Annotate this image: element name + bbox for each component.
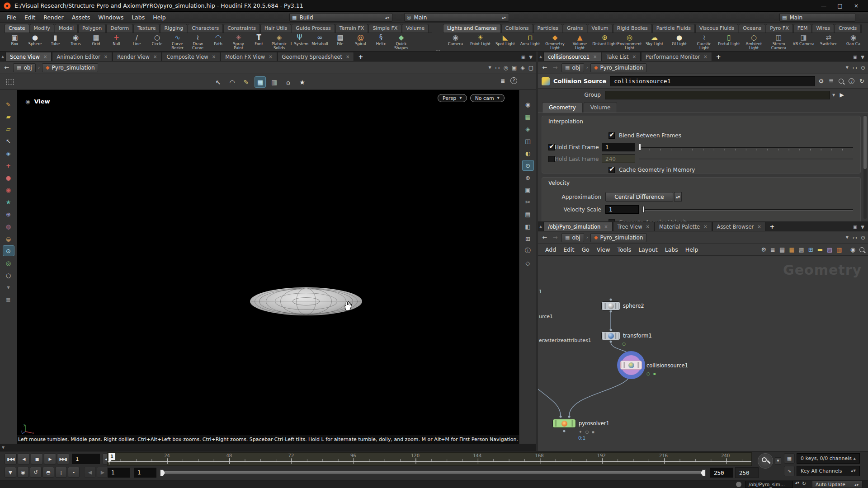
shelf-tab[interactable]: Vellum: [588, 24, 613, 33]
pane-maximize-icon[interactable]: ▣: [853, 55, 857, 60]
viewport-toolbar-icon[interactable]: ▥: [269, 76, 280, 88]
viewport-tool-icon[interactable]: ◈: [3, 148, 14, 159]
viewport-tool-icon[interactable]: +: [3, 160, 14, 171]
viewport-tool-icon[interactable]: ★: [3, 197, 14, 207]
view-menu-icon[interactable]: ◉: [25, 99, 30, 105]
display-toggle-icon[interactable]: ◇: [522, 258, 534, 268]
close-tab-icon[interactable]: ×: [646, 224, 650, 229]
shelf-tool[interactable]: ≀ Draw Curve: [188, 33, 208, 52]
tab-geometry[interactable]: Geometry: [542, 102, 583, 113]
pane-maximize-icon[interactable]: ▣: [853, 225, 857, 230]
node-transform1[interactable]: [601, 331, 620, 340]
viewport-tool-icon[interactable]: ◒: [3, 233, 14, 244]
viewport-tool-icon[interactable]: ◉: [3, 184, 14, 195]
shelf-tab[interactable]: FEM: [793, 24, 812, 33]
tab-volume[interactable]: Volume: [584, 102, 618, 113]
pane-tab[interactable]: /obj/Pyro_simulation ×: [543, 222, 613, 231]
close-tab-icon[interactable]: ×: [703, 54, 707, 59]
display-toggle-icon[interactable]: ⊞: [522, 233, 534, 244]
frame-range-slider[interactable]: [160, 471, 705, 474]
shelf-tool[interactable]: ∞ Metaball: [310, 33, 330, 52]
shelf-tool[interactable]: ▯ Portal Light: [717, 33, 741, 52]
playbar-option-icon[interactable]: ¦: [55, 467, 67, 478]
shelf-tool[interactable]: ◠ Path: [208, 33, 228, 52]
close-tab-icon[interactable]: ×: [346, 54, 349, 59]
network-toolbar-icon[interactable]: ▤: [779, 246, 785, 253]
display-toggle-icon[interactable]: ✂: [522, 197, 534, 207]
close-tab-icon[interactable]: ×: [153, 54, 157, 59]
menu-item[interactable]: Labs: [127, 14, 149, 21]
status-path-selector[interactable]: /obj/Pyro_sim...: [745, 481, 793, 488]
shelf-tool[interactable]: ◆ Quick Shapes: [391, 33, 411, 52]
pane-stow-icon[interactable]: ▲: [538, 225, 543, 231]
toolbar-grip-icon[interactable]: [5, 79, 14, 85]
transport-button[interactable]: ◀: [18, 453, 30, 465]
shelf-tab[interactable]: Create: [5, 24, 29, 33]
shelf-tool[interactable]: ◣ Spot Light: [493, 33, 518, 52]
shelf-tab[interactable]: Texture: [133, 24, 160, 33]
path-dropdown-icon[interactable]: ▼: [844, 66, 850, 70]
playbar-option-icon[interactable]: ◉: [17, 467, 29, 478]
sliders-icon[interactable]: ≣: [829, 78, 834, 84]
pane-tab[interactable]: Material Palette ×: [655, 222, 712, 231]
camera-selector[interactable]: No cam ▼: [470, 94, 505, 102]
recook-icon[interactable]: ↻: [859, 78, 864, 84]
viewport-tool-icon[interactable]: ◍: [3, 221, 14, 232]
display-toggle-icon[interactable]: ⊕: [522, 172, 534, 183]
path-chip-node[interactable]: ◆ Pyro_simulation: [590, 63, 646, 72]
range-start-field[interactable]: 1: [107, 467, 131, 478]
hold-last-frame-field[interactable]: 240: [602, 155, 635, 163]
pane-tab[interactable]: collisionsource1 ×: [543, 52, 601, 61]
new-pane-tab-button[interactable]: +: [712, 53, 725, 61]
path-chip-obj[interactable]: ▦ obj: [13, 63, 36, 72]
search-icon[interactable]: [859, 247, 864, 252]
key-options-dropdown[interactable]: ▼: [775, 457, 781, 465]
shelf-tool[interactable]: ∕ Line: [127, 33, 147, 52]
transport-button[interactable]: ■: [31, 453, 43, 465]
shelf-tool[interactable]: Ψ L-System: [289, 33, 310, 52]
path-chip-node[interactable]: ◆ Pyro_simulation: [42, 63, 98, 72]
shelf-tool[interactable]: @ Spiral: [350, 33, 371, 52]
shelf-tab[interactable]: Terrain FX: [335, 24, 368, 33]
pane-tab[interactable]: Tree View ×: [613, 222, 654, 231]
shelf-tab[interactable]: Rigid Bodies: [613, 24, 652, 33]
shelf-tool[interactable]: + Null: [106, 33, 127, 52]
previous-key-button[interactable]: ◀: [84, 467, 96, 478]
new-pane-tab-button[interactable]: +: [354, 53, 367, 61]
display-toggle-icon[interactable]: ▤: [522, 209, 534, 220]
node-pyrosolver1[interactable]: [552, 419, 576, 428]
refresh-icon[interactable]: ↻: [802, 481, 806, 487]
display-toggle-icon[interactable]: ◧: [522, 221, 534, 232]
minimize-button[interactable]: —: [816, 1, 832, 11]
display-toggle-icon[interactable]: ◈: [522, 123, 534, 134]
shelf-tool[interactable]: ▣ Box: [5, 33, 25, 52]
pane-stow-icon[interactable]: ▲: [0, 55, 5, 61]
path-dropdown-icon[interactable]: ▼: [844, 235, 850, 239]
close-button[interactable]: ×: [848, 1, 864, 11]
network-menu-item[interactable]: Help: [682, 246, 702, 253]
viewport-toolbar-icon[interactable]: ◠: [226, 76, 238, 88]
slider-handle[interactable]: [642, 206, 645, 213]
shelf-tab[interactable]: Particles: [533, 24, 562, 33]
stow-down-icon[interactable]: ▼: [2, 446, 5, 450]
range-end-alt-field[interactable]: 250: [735, 467, 759, 478]
shelf-tab[interactable]: Simple FX: [368, 24, 401, 33]
shelf-tab[interactable]: Model: [55, 24, 78, 33]
shelf-tool[interactable]: ◆ Geometry Light: [542, 33, 567, 52]
shelf-tool[interactable]: ◎ Environment Light: [617, 33, 642, 52]
animation-curve-icon[interactable]: ∿: [784, 466, 795, 476]
shelf-tab[interactable]: Viscous Fluids: [695, 24, 738, 33]
network-toolbar-icon[interactable]: ▥: [836, 246, 842, 253]
playbar-option-icon[interactable]: •: [68, 467, 80, 478]
range-end-field[interactable]: 250: [710, 467, 733, 478]
pane-menu-icon[interactable]: ▼: [861, 55, 864, 60]
main-selector[interactable]: ◎ Main ▲▼: [404, 13, 509, 22]
shelf-tool[interactable]: ⊛ Distant Light: [592, 33, 617, 52]
playbar-option-icon[interactable]: ◓: [42, 467, 54, 478]
playbar-option-icon[interactable]: ▼: [5, 467, 16, 478]
pane-tab[interactable]: Take List ×: [602, 52, 641, 61]
node-label[interactable]: sphere2: [623, 303, 644, 309]
transport-button[interactable]: ▶▶▮: [57, 453, 69, 465]
viewport-tool-icon[interactable]: ≣: [3, 294, 14, 305]
viewport-toolbar-icon[interactable]: ★: [297, 76, 308, 88]
